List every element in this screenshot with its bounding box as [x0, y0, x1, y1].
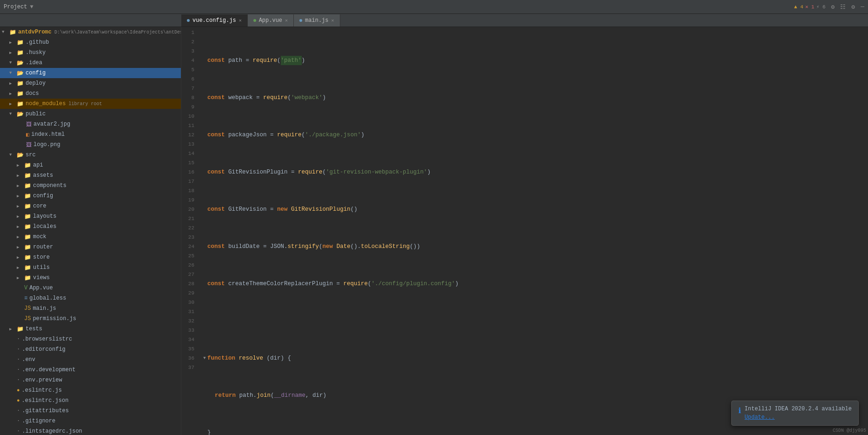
tree-item-idea[interactable]: ▼ 📂 .idea: [0, 58, 181, 68]
folder-icon-husky: 📁: [17, 49, 24, 56]
folder-icon-src: 📂: [17, 152, 24, 159]
tab-close-app-vue[interactable]: ✕: [285, 18, 288, 23]
minimize-icon[interactable]: —: [861, 3, 864, 10]
tree-item-index-html[interactable]: ◧ index.html: [0, 129, 181, 140]
code-area[interactable]: 1 2 3 4 5 6 7 8 9 10 11 12 13 14 15 16 1…: [181, 27, 868, 435]
notification-popup: ℹ IntelliJ IDEA 2020.2.4 available Updat…: [731, 401, 859, 426]
tab-close-vue-config[interactable]: ✕: [239, 18, 242, 23]
file-tree: ▼ 📁 antdvPromc D:\work\JavaTeam\workspac…: [0, 27, 181, 435]
csdn-badge: CSDN @djy095: [833, 428, 866, 433]
tree-item-env-preview[interactable]: · .env.preview: [0, 375, 181, 385]
fold-9[interactable]: ▼: [202, 354, 207, 363]
folder-icon-store: 📁: [24, 254, 31, 261]
tree-item-store[interactable]: ▶ 📁 store: [0, 252, 181, 262]
errors-indicator[interactable]: ✕ 1: [805, 4, 815, 10]
tree-item-github[interactable]: ▶ 📁 .github: [0, 37, 181, 47]
tree-label-router: router: [33, 244, 53, 250]
file-icon-avatar2: 🖼: [26, 121, 32, 128]
tree-item-utils[interactable]: ▶ 📁 utils: [0, 262, 181, 273]
notification-title: IntelliJ IDEA 2020.2.4 available: [745, 406, 852, 412]
tree-item-core[interactable]: ▶ 📁 core: [0, 201, 181, 211]
tree-item-deploy[interactable]: ▶ 📁 deploy: [0, 78, 181, 88]
tree-item-public[interactable]: ▼ 📂 public: [0, 109, 181, 119]
tree-arrow-views: ▶: [17, 275, 24, 281]
code-content[interactable]: const path = require('path') const webpa…: [200, 27, 868, 435]
project-dropdown-icon[interactable]: ▼: [30, 4, 33, 10]
tree-item-tests[interactable]: ▶ 📁 tests: [0, 324, 181, 334]
tree-item-layouts[interactable]: ▶ 📁 layouts: [0, 211, 181, 221]
tree-item-assets[interactable]: ▶ 📁 assets: [0, 170, 181, 181]
tree-item-env[interactable]: · .env: [0, 355, 181, 365]
notification-icon: ℹ: [738, 406, 741, 415]
tree-item-api[interactable]: ▶ 📁 api: [0, 160, 181, 170]
line-num-16: 16: [181, 167, 196, 177]
file-icon-gitignore: ·: [17, 418, 20, 424]
tree-label-tests: tests: [26, 326, 42, 332]
line-num-17: 17: [181, 177, 196, 186]
tree-item-views[interactable]: ▶ 📁 views: [0, 273, 181, 283]
tab-close-main-js[interactable]: ✕: [331, 18, 334, 23]
line-num-7: 7: [181, 84, 196, 93]
tree-item-env-development[interactable]: · .env.development: [0, 365, 181, 375]
file-icon-app-vue: V: [24, 285, 27, 291]
tree-item-eslintrc-js[interactable]: ● .eslintrc.js: [0, 385, 181, 395]
events-indicator[interactable]: ⚡ 6: [816, 4, 826, 10]
tabbar: vue.config.js ✕ App.vue ✕ main.js ✕: [0, 14, 868, 27]
code-line-10: return path.join(__dirname, dir): [200, 391, 868, 400]
tree-label-env-preview: .env.preview: [22, 377, 62, 383]
tree-arrow-husky: ▶: [9, 50, 17, 55]
tree-item-gitignore[interactable]: · .gitignore: [0, 416, 181, 426]
line-num-26: 26: [181, 261, 196, 270]
tree-item-config-src[interactable]: ▶ 📁 config: [0, 191, 181, 201]
warnings-indicator[interactable]: ▲ 4: [794, 4, 803, 10]
line-num-35: 35: [181, 344, 196, 354]
settings-icon[interactable]: ⚙: [831, 3, 835, 11]
tree-item-node-modules[interactable]: ▶ 📁 node_modules library root: [0, 99, 181, 109]
tree-item-src[interactable]: ▼ 📂 src: [0, 150, 181, 160]
tab-main-js[interactable]: main.js ✕: [294, 14, 340, 27]
layout-icon[interactable]: ☷: [840, 3, 846, 11]
line-num-3: 3: [181, 47, 196, 56]
tree-item-app-vue[interactable]: V App.vue: [0, 283, 181, 293]
tree-item-logo-png[interactable]: 🖼 logo.png: [0, 140, 181, 150]
tree-item-main-js[interactable]: JS main.js: [0, 303, 181, 314]
folder-icon-github: 📁: [17, 39, 24, 46]
tree-arrow-public: ▼: [9, 112, 17, 116]
file-icon-global-less: ≡: [24, 295, 27, 301]
tab-app-vue[interactable]: App.vue ✕: [248, 14, 294, 27]
tree-item-global-less[interactable]: ≡ global.less: [0, 293, 181, 303]
gear-icon[interactable]: ⚙: [851, 3, 855, 11]
line-num-2: 2: [181, 37, 196, 47]
code-line-8: [200, 316, 868, 326]
line-num-15: 15: [181, 158, 196, 167]
tree-item-husky[interactable]: ▶ 📁 .husky: [0, 47, 181, 58]
folder-icon-idea: 📂: [17, 60, 24, 67]
tree-label-permission-js: permission.js: [33, 315, 76, 322]
tree-item-gitattributes[interactable]: · .gitattributes: [0, 406, 181, 416]
tree-item-docs[interactable]: ▶ 📁 docs: [0, 88, 181, 99]
tree-item-lintstagedrc[interactable]: · .lintstagedrc.json: [0, 426, 181, 435]
tree-item-locales[interactable]: ▶ 📁 locales: [0, 221, 181, 232]
folder-icon-locales: 📁: [24, 223, 31, 230]
tab-vue-config[interactable]: vue.config.js ✕: [181, 14, 248, 27]
line-num-31: 31: [181, 307, 196, 316]
tree-item-eslintrc-json[interactable]: ● .eslintrc.json: [0, 395, 181, 406]
tree-item-avatar2[interactable]: 🖼 avatar2.jpg: [0, 119, 181, 129]
tree-item-permission-js[interactable]: JS permission.js: [0, 314, 181, 324]
tree-label-eslintrc-json: .eslintrc.json: [22, 397, 69, 404]
line-num-12: 12: [181, 130, 196, 140]
tree-arrow-deploy: ▶: [9, 81, 17, 86]
code-line-5: const GitRevision = new GitRevisionPlugi…: [200, 205, 868, 214]
line-num-1: 1: [181, 28, 196, 37]
tree-item-components[interactable]: ▶ 📁 components: [0, 181, 181, 191]
tree-item-editorconfig[interactable]: · .editorconfig: [0, 344, 181, 355]
tree-item-mock[interactable]: ▶ 📁 mock: [0, 232, 181, 242]
folder-icon-config: 📂: [17, 70, 24, 77]
file-icon-env-dev: ·: [17, 367, 20, 373]
notification-update-link[interactable]: Update...: [745, 414, 775, 421]
tree-label-store: store: [33, 254, 50, 261]
tree-root[interactable]: ▼ 📁 antdvPromc D:\work\JavaTeam\workspac…: [0, 27, 181, 37]
tree-item-router[interactable]: ▶ 📁 router: [0, 242, 181, 252]
tree-item-config[interactable]: ▼ 📂 config: [0, 68, 181, 78]
tree-item-browserslistrc[interactable]: · .browserslistrc: [0, 334, 181, 344]
